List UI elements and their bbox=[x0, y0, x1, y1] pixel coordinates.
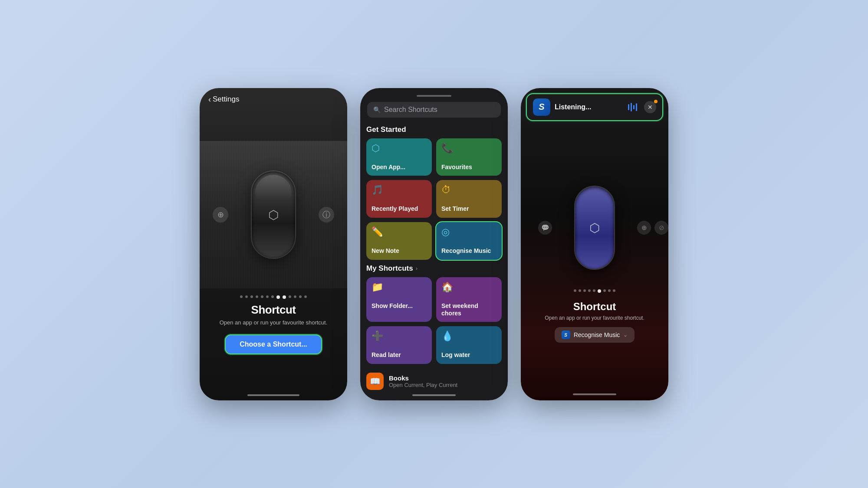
tile-favourites-label: Favourites bbox=[441, 164, 496, 171]
p3-dot-1[interactable] bbox=[574, 289, 576, 292]
home-indicator-2 bbox=[412, 394, 456, 396]
speech-icon[interactable]: 💬 bbox=[538, 221, 552, 235]
back-label: Settings bbox=[213, 95, 239, 104]
p3-dot-8[interactable] bbox=[608, 289, 611, 292]
dot-5[interactable] bbox=[261, 295, 263, 298]
widget-background: ⊕ ⬡ ⓘ bbox=[200, 141, 347, 288]
shazam-banner: S Listening... ✕ bbox=[526, 93, 663, 121]
phone3-pill-widget: ⬡ bbox=[575, 187, 614, 269]
tile-set-timer[interactable]: ⏱ Set Timer bbox=[436, 180, 502, 218]
tile-recently-played[interactable]: 🎵 Recently Played bbox=[366, 180, 432, 218]
tile-show-folder-icon: 📁 bbox=[372, 282, 427, 292]
phone-3: S Listening... ✕ 💬 ⬡ bbox=[521, 88, 668, 400]
my-shortcuts-row: My Shortcuts › bbox=[366, 264, 502, 273]
phone3-shortcut-info: Shortcut Open an app or run your favouri… bbox=[536, 296, 653, 343]
home-indicator-3 bbox=[573, 393, 616, 395]
dot-12[interactable] bbox=[299, 295, 302, 298]
notification-dot bbox=[654, 100, 658, 103]
my-shortcuts-grid: 📁 Show Folder... 🏠 Set weekend chores ➕ … bbox=[366, 277, 502, 364]
phone3-layers-icon: ⬡ bbox=[589, 221, 600, 235]
shortcut-description: Open an app or run your favourite shortc… bbox=[220, 319, 328, 326]
shazam-listening-label: Listening... bbox=[555, 103, 624, 111]
search-icon: 🔍 bbox=[373, 106, 381, 113]
back-button[interactable]: ‹ Settings bbox=[208, 95, 239, 104]
top-bar: ‹ Settings bbox=[200, 88, 347, 108]
audio-bar-3 bbox=[633, 105, 635, 109]
phone3-description: Open an app or run your favourite shortc… bbox=[545, 315, 644, 321]
pill-widget: ⬡ bbox=[252, 171, 295, 258]
recognise-music-button[interactable]: S Recognise Music ⌄ bbox=[555, 327, 635, 343]
tile-open-app[interactable]: ⬡ Open App... bbox=[366, 138, 432, 176]
dot-7[interactable] bbox=[271, 295, 274, 298]
search-placeholder-text: Search Shortcuts bbox=[384, 106, 437, 114]
p3-dot-4[interactable] bbox=[588, 289, 591, 292]
books-icon-box: 📖 bbox=[366, 373, 384, 390]
tile-recognise-music[interactable]: ◎ Recognise Music bbox=[436, 222, 502, 260]
tile-recently-played-icon: 🎵 bbox=[372, 185, 427, 195]
shazam-logo: S bbox=[533, 98, 550, 116]
tile-log-water-label: Log water bbox=[441, 351, 496, 359]
tile-set-timer-label: Set Timer bbox=[441, 205, 496, 213]
tile-favourites[interactable]: 📞 Favourites bbox=[436, 138, 502, 176]
tile-recently-played-label: Recently Played bbox=[372, 205, 427, 213]
tile-open-app-label: Open App... bbox=[372, 164, 427, 171]
my-shortcuts-heading: My Shortcuts bbox=[366, 264, 413, 273]
p3-dot-7[interactable] bbox=[603, 289, 606, 292]
get-started-grid: ⬡ Open App... 📞 Favourites 🎵 Recently Pl… bbox=[366, 138, 502, 260]
books-subtitle: Open Current, Play Current bbox=[389, 382, 457, 388]
tile-favourites-icon: 📞 bbox=[441, 144, 496, 153]
phone3-widget-area: 💬 ⬡ ⊕ ⊘ bbox=[521, 121, 668, 393]
books-title: Books bbox=[389, 374, 457, 382]
tile-set-timer-icon: ⏱ bbox=[441, 185, 496, 195]
phone3-title: Shortcut bbox=[573, 301, 616, 313]
tile-new-note[interactable]: ✏️ New Note bbox=[366, 222, 432, 260]
tile-show-folder[interactable]: 📁 Show Folder... bbox=[366, 277, 432, 322]
zoom-icon[interactable]: ⊕ bbox=[213, 207, 228, 223]
books-icon: 📖 bbox=[370, 376, 381, 386]
tile-recognise-music-label: Recognise Music bbox=[441, 247, 496, 255]
layers-icon: ⬡ bbox=[268, 208, 279, 222]
recognise-chevron-icon: ⌄ bbox=[623, 332, 628, 338]
phone3-page-dots bbox=[574, 289, 615, 293]
home-indicator bbox=[247, 394, 299, 396]
tile-log-water-icon: 💧 bbox=[441, 331, 496, 341]
search-bar[interactable]: 🔍 Search Shortcuts bbox=[367, 102, 501, 118]
tile-set-weekend-chores[interactable]: 🏠 Set weekend chores bbox=[436, 277, 502, 322]
dot-3[interactable] bbox=[250, 295, 253, 298]
phone-1: ‹ Settings ⊕ ⬡ ⓘ bbox=[200, 88, 347, 400]
audio-bar-1 bbox=[628, 104, 629, 110]
shortcuts-scroll: Get Started ⬡ Open App... 📞 Favourites 🎵… bbox=[360, 122, 508, 391]
p3-dot-3[interactable] bbox=[583, 289, 586, 292]
dot-11[interactable] bbox=[294, 295, 296, 298]
dot-4[interactable] bbox=[256, 295, 258, 298]
dot-1[interactable] bbox=[240, 295, 243, 298]
shortcut-info: Shortcut Open an app or run your favouri… bbox=[211, 299, 336, 354]
tile-new-note-icon: ✏️ bbox=[372, 227, 427, 237]
dot-9-active[interactable] bbox=[283, 295, 286, 299]
phone-2: 🔍 Search Shortcuts Get Started ⬡ Open Ap… bbox=[360, 88, 508, 400]
dot-2[interactable] bbox=[245, 295, 248, 298]
tile-recognise-music-icon: ◎ bbox=[441, 227, 496, 237]
choose-shortcut-button[interactable]: Choose a Shortcut... bbox=[225, 334, 322, 354]
zoom-icon-3[interactable]: ⊕ bbox=[637, 221, 651, 235]
search-area: 🔍 Search Shortcuts bbox=[360, 88, 508, 122]
tile-show-folder-label: Show Folder... bbox=[372, 302, 427, 310]
tile-log-water[interactable]: 💧 Log water bbox=[436, 326, 502, 364]
p3-dot-6-active[interactable] bbox=[598, 289, 601, 293]
info-icon[interactable]: ⓘ bbox=[319, 207, 334, 223]
tile-new-note-label: New Note bbox=[372, 247, 427, 255]
page-dots bbox=[240, 295, 307, 299]
dot-13[interactable] bbox=[304, 295, 307, 298]
phone3-pill-container: 💬 ⬡ ⊕ ⊘ bbox=[521, 171, 668, 284]
dot-8-active[interactable] bbox=[276, 295, 280, 299]
tile-read-later-label: Read later bbox=[372, 351, 427, 359]
audio-bar-2 bbox=[631, 103, 632, 111]
p3-dot-9[interactable] bbox=[613, 289, 615, 292]
tile-read-later[interactable]: ➕ Read later bbox=[366, 326, 432, 364]
shazam-close-button[interactable]: ✕ bbox=[644, 101, 656, 113]
list-item-books[interactable]: 📖 Books Open Current, Play Current bbox=[366, 368, 502, 390]
p3-dot-5[interactable] bbox=[593, 289, 595, 292]
p3-dot-2[interactable] bbox=[579, 289, 581, 292]
dot-10[interactable] bbox=[289, 295, 291, 298]
dot-6[interactable] bbox=[266, 295, 269, 298]
